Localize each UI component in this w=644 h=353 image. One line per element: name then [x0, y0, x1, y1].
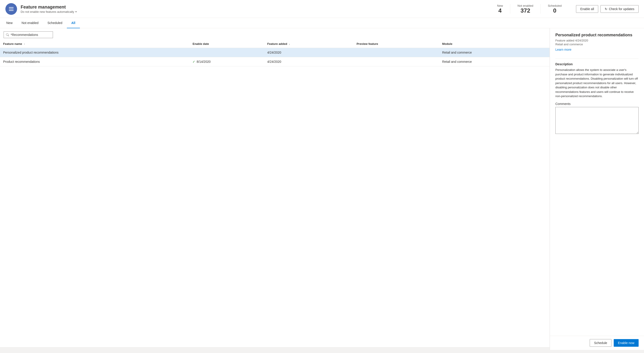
main-layout: Feature name ↑ Enable date Feature added…: [0, 28, 644, 350]
enabled-check-icon: ✓: [192, 60, 195, 63]
cell-feature-added: 4/24/2020: [264, 57, 354, 66]
stat-not-enabled-label: Not enabled: [518, 4, 533, 7]
comments-textarea[interactable]: [555, 107, 638, 134]
cell-preview-feature: [354, 57, 439, 66]
cell-feature-name: Personalized product recommendations: [0, 48, 190, 57]
page-header: Feature management Do not enable new fea…: [0, 0, 644, 18]
stat-new-label: New: [497, 4, 503, 7]
col-module[interactable]: Module: [439, 40, 550, 48]
detail-description: Personalization allows the system to ass…: [555, 68, 638, 98]
refresh-icon: ↻: [605, 7, 608, 11]
stat-scheduled-value: 0: [548, 7, 562, 14]
cell-feature-added: 4/24/2020: [264, 48, 354, 57]
col-preview-feature[interactable]: Preview feature: [354, 40, 439, 48]
detail-title: Personalized product recommendations: [555, 33, 638, 37]
cell-module: Retail and commerce: [439, 48, 550, 57]
horizontal-scrollbar[interactable]: [0, 347, 550, 350]
table-header-row: Feature name ↑ Enable date Feature added…: [0, 40, 550, 48]
table-row[interactable]: Product recommendations✓8/14/20204/24/20…: [0, 57, 550, 66]
search-bar: [0, 28, 550, 40]
col-feature-name[interactable]: Feature name ↑: [0, 40, 190, 48]
subtitle-dropdown[interactable]: Do not enable new features automatically…: [21, 10, 490, 13]
learn-more-link[interactable]: Learn more: [555, 48, 572, 51]
stat-new-value: 4: [497, 7, 503, 14]
cell-module: Retail and commerce: [439, 57, 550, 66]
stat-not-enabled: Not enabled 372: [510, 4, 540, 14]
feature-table: Feature name ↑ Enable date Feature added…: [0, 40, 550, 66]
search-input[interactable]: [11, 33, 50, 36]
detail-module: Retail and commerce: [555, 43, 638, 46]
stat-scheduled: Scheduled 0: [540, 4, 568, 14]
tab-all[interactable]: All: [67, 18, 80, 28]
header-stats: New 4 Not enabled 372 Scheduled 0: [497, 4, 569, 14]
svg-rect-2: [9, 10, 14, 10]
check-updates-label: Check for updates: [609, 7, 634, 11]
sort-desc-icon: ↓: [289, 43, 290, 45]
col-enable-date[interactable]: Enable date: [190, 40, 264, 48]
cell-feature-name: Product recommendations: [0, 57, 190, 66]
svg-rect-0: [9, 7, 14, 7]
divider: [555, 58, 638, 59]
feature-table-wrapper: Feature name ↑ Enable date Feature added…: [0, 40, 550, 347]
feature-table-body: Personalized product recommendations4/24…: [0, 48, 550, 66]
tab-not-enabled[interactable]: Not enabled: [17, 18, 43, 28]
subtitle-text: Do not enable new features automatically: [21, 10, 74, 13]
page-title: Feature management: [21, 4, 490, 10]
stat-scheduled-label: Scheduled: [548, 4, 562, 7]
detail-footer: Schedule Enable now: [550, 336, 644, 350]
search-wrapper[interactable]: [4, 31, 53, 38]
table-row[interactable]: Personalized product recommendations4/24…: [0, 48, 550, 57]
stat-not-enabled-value: 372: [518, 7, 533, 14]
app-logo: [6, 3, 17, 15]
chevron-down-icon: ▾: [76, 10, 77, 13]
check-updates-button[interactable]: ↻ Check for updates: [600, 5, 638, 13]
col-feature-added[interactable]: Feature added ↓: [264, 40, 354, 48]
description-heading: Description: [555, 62, 638, 66]
tab-scheduled[interactable]: Scheduled: [43, 18, 67, 28]
header-title-block: Feature management Do not enable new fea…: [21, 4, 490, 13]
menu-icon: [8, 6, 14, 12]
enable-all-button[interactable]: Enable all: [576, 5, 598, 13]
stat-new: New 4: [497, 4, 510, 14]
search-icon: [6, 33, 9, 36]
cell-enable-date: ✓8/14/2020: [190, 57, 264, 66]
cell-preview-feature: [354, 48, 439, 57]
cell-enable-date: [190, 48, 264, 57]
tabs-bar: New Not enabled Scheduled All: [0, 18, 644, 28]
left-panel: Feature name ↑ Enable date Feature added…: [0, 28, 550, 350]
detail-content: Personalized product recommendations Fea…: [550, 28, 644, 336]
tab-new[interactable]: New: [6, 18, 17, 28]
header-actions: Enable all ↻ Check for updates: [576, 5, 638, 13]
svg-rect-1: [9, 8, 14, 9]
comments-label: Comments: [555, 102, 638, 106]
sort-asc-icon: ↑: [24, 43, 25, 45]
detail-feature-added: Feature added 4/24/2020: [555, 39, 638, 42]
enable-now-button[interactable]: Enable now: [614, 339, 638, 347]
right-panel: Personalized product recommendations Fea…: [550, 28, 644, 350]
schedule-button[interactable]: Schedule: [590, 339, 611, 347]
